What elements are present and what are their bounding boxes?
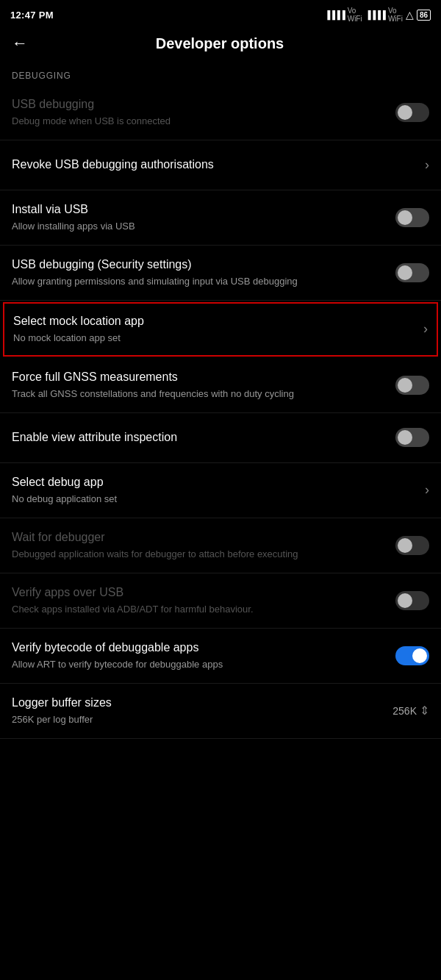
setting-row-wait-for-debugger[interactable]: Wait for debuggerDebugged application wa… (0, 518, 441, 573)
status-bar: 12:47 PM ▐▐▐▐ VoWiFi ▐▐▐▐ VoWiFi △ 86 (0, 0, 441, 26)
setting-subtitle-select-debug-app: No debug application set (12, 493, 416, 506)
setting-text-view-attribute: Enable view attribute inspection (12, 430, 395, 446)
setting-text-revoke-usb: Revoke USB debugging authorisations (12, 157, 425, 173)
setting-row-revoke-usb[interactable]: Revoke USB debugging authorisations› (0, 140, 441, 190)
setting-subtitle-verify-apps-usb: Check apps installed via ADB/ADT for har… (12, 603, 387, 616)
time-display: 12:47 PM (10, 10, 54, 21)
setting-subtitle-verify-bytecode: Allow ART to verify bytecode for debugga… (12, 658, 387, 671)
back-button[interactable]: ← (12, 34, 28, 53)
chevron-icon-select-mock-location: › (423, 321, 428, 337)
toggle-track-view-attribute (395, 428, 429, 447)
setting-text-verify-bytecode: Verify bytecode of debuggable appsAllow … (12, 640, 395, 671)
setting-title-verify-bytecode: Verify bytecode of debuggable apps (12, 640, 387, 656)
toggle-track-verify-apps-usb (395, 591, 429, 610)
toggle-track-wait-for-debugger (395, 536, 429, 555)
setting-subtitle-force-gnss: Track all GNSS constellations and freque… (12, 387, 387, 401)
value-display-logger-buffer: 256K⇕ (392, 704, 429, 718)
setting-title-select-debug-app: Select debug app (12, 475, 416, 490)
toggle-thumb-usb-debugging (398, 105, 412, 120)
toggle-thumb-install-via-usb (398, 210, 412, 225)
toggle-install-via-usb[interactable] (395, 208, 429, 227)
toggle-view-attribute[interactable] (395, 428, 429, 447)
vo-wifi2-icon: VoWiFi (388, 7, 403, 23)
setting-title-revoke-usb: Revoke USB debugging authorisations (12, 157, 416, 173)
setting-text-usb-debugging-security: USB debugging (Security settings)Allow g… (12, 257, 395, 288)
toggle-track-usb-debugging-security (395, 263, 429, 282)
setting-text-select-debug-app: Select debug appNo debug application set (12, 475, 425, 506)
toggle-track-install-via-usb (395, 208, 429, 227)
toggle-track-force-gnss (395, 376, 429, 395)
page-title: Developer options (40, 35, 400, 52)
setting-title-force-gnss: Force full GNSS measurements (12, 370, 387, 385)
setting-title-verify-apps-usb: Verify apps over USB (12, 585, 387, 601)
setting-row-usb-debugging[interactable]: USB debuggingDebug mode when USB is conn… (0, 85, 441, 140)
setting-title-usb-debugging-security: USB debugging (Security settings) (12, 257, 387, 273)
setting-title-usb-debugging: USB debugging (12, 97, 387, 112)
setting-title-logger-buffer: Logger buffer sizes (12, 695, 384, 711)
toggle-usb-debugging[interactable] (395, 103, 429, 122)
toggle-thumb-verify-bytecode (412, 648, 427, 663)
value-text-logger-buffer: 256K (392, 705, 417, 717)
setting-title-wait-for-debugger: Wait for debugger (12, 530, 387, 546)
status-icons: ▐▐▐▐ VoWiFi ▐▐▐▐ VoWiFi △ 86 (325, 7, 431, 23)
section-label-debugging: DEBUGGING (0, 63, 441, 85)
setting-row-verify-bytecode[interactable]: Verify bytecode of debuggable appsAllow … (0, 629, 441, 684)
setting-text-logger-buffer: Logger buffer sizes256K per log buffer (12, 695, 392, 726)
setting-title-select-mock-location: Select mock location app (13, 314, 415, 329)
setting-subtitle-wait-for-debugger: Debugged application waits for debugger … (12, 548, 387, 561)
setting-row-usb-debugging-security[interactable]: USB debugging (Security settings)Allow g… (0, 246, 441, 301)
toggle-thumb-usb-debugging-security (398, 265, 412, 280)
wifi-icon: △ (406, 9, 414, 21)
toggle-thumb-force-gnss (398, 378, 412, 393)
setting-text-install-via-usb: Install via USBAllow installing apps via… (12, 202, 395, 233)
toggle-track-verify-bytecode (395, 646, 429, 665)
page-header: ← Developer options (0, 26, 441, 63)
setting-subtitle-usb-debugging-security: Allow granting permissions and simulatin… (12, 275, 387, 288)
settings-container: DEBUGGINGUSB debuggingDebug mode when US… (0, 63, 441, 739)
signal2-icon: ▐▐▐▐ (365, 10, 385, 19)
setting-text-usb-debugging: USB debuggingDebug mode when USB is conn… (12, 97, 395, 128)
setting-row-install-via-usb[interactable]: Install via USBAllow installing apps via… (0, 190, 441, 246)
vo-wifi-icon: VoWiFi (348, 7, 362, 23)
setting-text-force-gnss: Force full GNSS measurementsTrack all GN… (12, 370, 395, 401)
setting-row-view-attribute[interactable]: Enable view attribute inspection (0, 413, 441, 463)
setting-text-select-mock-location: Select mock location appNo mock location… (13, 314, 423, 345)
toggle-track-usb-debugging (395, 103, 429, 122)
setting-row-logger-buffer[interactable]: Logger buffer sizes256K per log buffer25… (0, 684, 441, 739)
setting-subtitle-install-via-usb: Allow installing apps via USB (12, 220, 387, 233)
toggle-usb-debugging-security[interactable] (395, 263, 429, 282)
toggle-thumb-view-attribute (398, 430, 412, 445)
battery-indicator: 86 (417, 10, 431, 21)
setting-title-install-via-usb: Install via USB (12, 202, 387, 218)
toggle-wait-for-debugger[interactable] (395, 536, 429, 555)
chevron-icon-select-debug-app: › (425, 482, 429, 498)
setting-subtitle-usb-debugging: Debug mode when USB is connected (12, 115, 387, 128)
setting-text-wait-for-debugger: Wait for debuggerDebugged application wa… (12, 530, 395, 561)
setting-subtitle-select-mock-location: No mock location app set (13, 332, 415, 345)
setting-row-select-debug-app[interactable]: Select debug appNo debug application set… (0, 463, 441, 518)
setting-row-verify-apps-usb[interactable]: Verify apps over USBCheck apps installed… (0, 573, 441, 629)
signal-icon: ▐▐▐▐ (325, 10, 345, 19)
setting-subtitle-logger-buffer: 256K per log buffer (12, 713, 384, 726)
chevron-icon-revoke-usb: › (425, 157, 429, 173)
setting-row-select-mock-location[interactable]: Select mock location appNo mock location… (3, 302, 438, 357)
toggle-thumb-verify-apps-usb (398, 593, 412, 608)
setting-row-force-gnss[interactable]: Force full GNSS measurementsTrack all GN… (0, 358, 441, 413)
toggle-verify-apps-usb[interactable] (395, 591, 429, 610)
toggle-force-gnss[interactable] (395, 376, 429, 395)
setting-text-verify-apps-usb: Verify apps over USBCheck apps installed… (12, 585, 395, 616)
setting-title-view-attribute: Enable view attribute inspection (12, 430, 387, 446)
toggle-thumb-wait-for-debugger (398, 538, 412, 553)
value-arrows-icon: ⇕ (420, 704, 429, 718)
toggle-verify-bytecode[interactable] (395, 646, 429, 665)
